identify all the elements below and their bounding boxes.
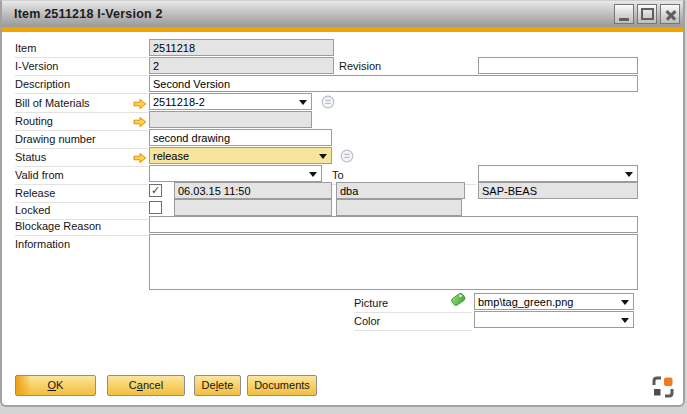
- locked-checkbox[interactable]: [149, 201, 162, 214]
- drawing-number-field[interactable]: second drawing: [149, 129, 332, 146]
- minimize-button[interactable]: [614, 4, 634, 24]
- link-arrow-icon[interactable]: [133, 96, 147, 114]
- release-datetime-field: 06.03.15 11:50: [174, 182, 332, 199]
- color-combo[interactable]: [474, 311, 634, 328]
- bill-of-materials-label: Bill of Materials: [15, 95, 148, 113]
- valid-from-combo[interactable]: [149, 165, 322, 182]
- accent-stripe: [2, 27, 683, 32]
- chevron-down-icon[interactable]: [319, 154, 327, 159]
- color-label: Color: [354, 313, 472, 331]
- cancel-button[interactable]: Cancel: [107, 375, 185, 396]
- status-label: Status: [15, 149, 148, 167]
- chevron-down-icon[interactable]: [621, 318, 629, 323]
- valid-to-combo[interactable]: [478, 165, 638, 182]
- release-user-field: dba: [336, 182, 465, 199]
- release-label: Release: [15, 185, 148, 203]
- blockage-reason-field[interactable]: [149, 216, 638, 233]
- locked-datetime-field: [174, 199, 332, 216]
- i-version-label: I-Version: [15, 58, 148, 76]
- status-combo[interactable]: release: [149, 147, 332, 164]
- bom-options-icon[interactable]: [321, 95, 335, 113]
- minimize-icon: [619, 18, 629, 21]
- chevron-down-icon[interactable]: [621, 300, 629, 305]
- close-button[interactable]: [660, 4, 680, 24]
- revision-label: Revision: [339, 58, 476, 76]
- routing-field: [149, 111, 312, 128]
- bill-of-materials-value: 2511218-2: [153, 96, 205, 108]
- maximize-button[interactable]: [637, 4, 657, 24]
- description-label: Description: [15, 76, 148, 94]
- valid-from-label: Valid from: [15, 167, 148, 185]
- revision-field[interactable]: [478, 57, 638, 74]
- dialog-window: Item 2511218 I-Version 2 Item 2511218 I-…: [0, 0, 685, 407]
- link-arrow-icon[interactable]: [133, 114, 147, 132]
- link-arrow-icon[interactable]: [133, 150, 147, 168]
- window-title: Item 2511218 I-Version 2: [14, 7, 163, 21]
- status-options-icon[interactable]: [340, 149, 354, 167]
- chevron-down-icon[interactable]: [625, 172, 633, 177]
- ok-button[interactable]: OK: [15, 375, 96, 396]
- drawing-number-label: Drawing number: [15, 131, 148, 149]
- chevron-down-icon[interactable]: [299, 100, 307, 105]
- chevron-down-icon[interactable]: [309, 172, 317, 177]
- picture-value: bmp\tag_green.png: [478, 296, 573, 308]
- green-tag-icon: [449, 291, 467, 311]
- maximize-icon: [641, 8, 654, 20]
- status-value: release: [153, 150, 189, 162]
- release-system-field: SAP-BEAS: [478, 182, 638, 199]
- routing-label: Routing: [15, 113, 148, 131]
- documents-button[interactable]: Documents: [247, 375, 317, 396]
- window-controls: [614, 4, 680, 24]
- bill-of-materials-combo[interactable]: 2511218-2: [149, 93, 312, 110]
- delete-button[interactable]: Delete: [194, 375, 241, 396]
- information-textarea[interactable]: [149, 234, 638, 290]
- title-bar[interactable]: Item 2511218 I-Version 2: [2, 1, 683, 27]
- item-field: 2511218: [149, 39, 334, 56]
- locked-user-field: [336, 199, 462, 216]
- description-field[interactable]: Second Version: [149, 75, 638, 92]
- release-checkbox[interactable]: ✓: [149, 184, 162, 197]
- picture-combo[interactable]: bmp\tag_green.png: [474, 293, 634, 310]
- information-label: Information: [15, 236, 148, 253]
- resize-grip-icon[interactable]: [651, 375, 675, 403]
- blockage-reason-label: Blockage Reason: [15, 218, 148, 236]
- item-label: Item: [15, 40, 148, 58]
- i-version-field: 2: [149, 57, 334, 74]
